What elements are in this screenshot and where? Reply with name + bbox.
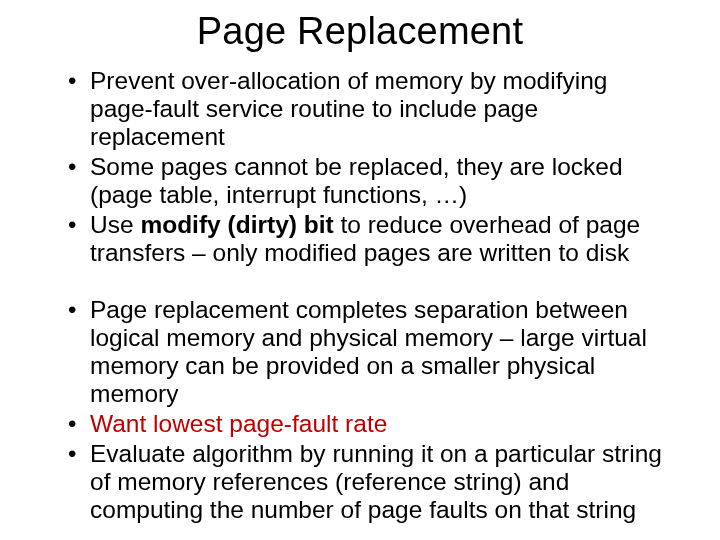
list-item: Prevent over-allocation of memory by mod…	[68, 67, 672, 151]
bullet-text-pre: Use	[90, 211, 140, 238]
bullet-text: Page replacement completes separation be…	[90, 296, 647, 407]
paragraph-gap	[40, 268, 680, 296]
list-item: Some pages cannot be replaced, they are …	[68, 153, 672, 209]
bullet-list: Prevent over-allocation of memory by mod…	[40, 67, 680, 266]
slide: Page Replacement Prevent over-allocation…	[0, 0, 720, 540]
page-title: Page Replacement	[40, 10, 680, 53]
list-item: Page replacement completes separation be…	[68, 296, 672, 408]
bullet-text: Some pages cannot be replaced, they are …	[90, 153, 623, 208]
bullet-text-highlight: Want lowest page-fault rate	[90, 410, 387, 437]
bullet-text: Evaluate algorithm by running it on a pa…	[90, 440, 662, 523]
list-item: Evaluate algorithm by running it on a pa…	[68, 440, 672, 524]
list-item: Want lowest page-fault rate	[68, 410, 672, 438]
list-item: Use modify (dirty) bit to reduce overhea…	[68, 211, 672, 267]
bullet-text-bold: modify (dirty) bit	[140, 211, 333, 238]
bullet-list: Page replacement completes separation be…	[40, 296, 680, 523]
bullet-text: Prevent over-allocation of memory by mod…	[90, 67, 607, 150]
